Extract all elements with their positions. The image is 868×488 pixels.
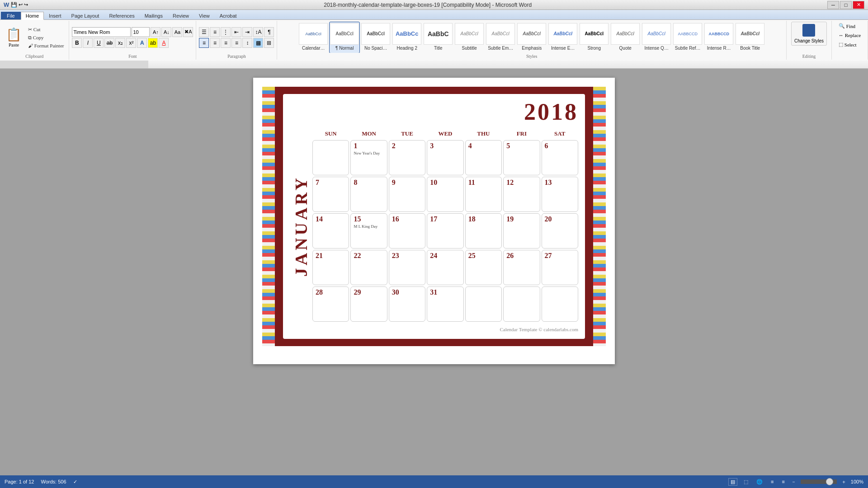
font-grow-button[interactable]: A↑ [151,27,160,37]
strikethrough-button[interactable]: ab [104,38,114,48]
multilevel-button[interactable]: ⋮ [221,27,231,37]
clear-formatting-button[interactable]: ✖A [183,27,193,37]
bullets-button[interactable]: ☰ [199,27,209,37]
shading-button[interactable]: ▩ [253,38,263,48]
select-button[interactable]: ⬚ Select [836,40,859,49]
zoom-level[interactable]: 100% [851,479,863,484]
highlight-button[interactable]: ab [148,38,158,48]
tab-references[interactable]: References [104,12,139,19]
cal-cell-13[interactable]: 13 [542,177,578,212]
style-item-quote[interactable]: AaBbCcI Quote [610,22,641,53]
paste-button[interactable]: 📋 Paste [3,26,25,49]
replace-button[interactable]: ↔ Replace [836,31,863,39]
view-print-button[interactable]: ▤ [728,478,737,486]
cal-cell-22[interactable]: 22 [350,250,387,285]
tab-home[interactable]: Home [21,12,44,20]
tab-acrobat[interactable]: Acrobat [215,12,242,19]
increase-indent-button[interactable]: ⇥ [242,27,252,37]
cal-cell-12[interactable]: 12 [503,177,540,212]
cal-cell-19[interactable]: 19 [503,213,540,249]
align-left-button[interactable]: ≡ [199,38,209,48]
sort-button[interactable]: ↕A [253,27,263,37]
style-item-strong[interactable]: AaBbCcI Strong [579,22,609,53]
style-item-title[interactable]: AaBbC Title [423,22,453,53]
tab-file[interactable]: File [1,12,21,19]
decrease-indent-button[interactable]: ⇤ [231,27,241,37]
cal-cell-7[interactable]: 7 [312,177,349,212]
cal-cell-14[interactable]: 14 [312,213,349,249]
bold-button[interactable]: B [72,38,82,48]
style-item-normal[interactable]: AaBbCcI ¶ Normal [329,22,360,53]
line-spacing-button[interactable]: ↕ [242,38,252,48]
copy-button[interactable]: ⧉ Copy [26,34,66,42]
style-item-h2[interactable]: AaBbCc Heading 2 [392,22,422,53]
cal-cell-28[interactable]: 28 [312,286,349,322]
cal-cell-5[interactable]: 5 [503,140,540,175]
cal-cell-18[interactable]: 18 [465,213,502,249]
cal-cell-23[interactable]: 23 [389,250,425,285]
find-button[interactable]: 🔍 Find [836,22,858,30]
tab-view[interactable]: View [194,12,215,19]
maximize-button[interactable]: □ [840,1,852,9]
show-hide-button[interactable]: ¶ [264,27,274,37]
cal-cell-2[interactable]: 2 [389,140,425,175]
change-case-button[interactable]: Aa [172,27,182,37]
cal-cell-21[interactable]: 21 [312,250,349,285]
cal-cell-30[interactable]: 30 [389,286,425,322]
view-web-button[interactable]: 🌐 [755,479,764,485]
cal-cell-10[interactable]: 10 [427,177,463,212]
view-draft-button[interactable]: ≡ [780,479,786,485]
font-shrink-button[interactable]: A↓ [161,27,171,37]
cal-cell-20[interactable]: 20 [542,213,578,249]
cal-cell-27[interactable]: 27 [542,250,578,285]
cal-cell-1[interactable]: 1 New Year's Day [350,140,387,175]
cal-cell-9[interactable]: 9 [389,177,425,212]
view-outline-button[interactable]: ≡ [769,479,775,485]
style-item-calendar[interactable]: AaBbCcI Calendar… [298,22,329,53]
text-effect-button[interactable]: A [137,38,147,48]
spell-check-icon[interactable]: ✓ [73,479,77,485]
numbering-button[interactable]: ≡ [210,27,220,37]
justify-button[interactable]: ≡ [231,38,241,48]
style-item-subtleref[interactable]: AABBCCD Subtle Ref… [672,22,703,53]
cal-cell-6[interactable]: 6 [542,140,578,175]
style-item-intenseem[interactable]: AaBbCcI Intense E… [547,22,578,53]
style-item-intenseref[interactable]: AABBCCD Intense R… [703,22,734,53]
title-bar-controls[interactable]: ─ □ ✕ [827,1,864,9]
align-right-button[interactable]: ≡ [221,38,231,48]
align-center-button[interactable]: ≡ [210,38,220,48]
tab-mailings[interactable]: Mailings [140,12,168,19]
cal-cell-26[interactable]: 26 [503,250,540,285]
style-item-subtleem[interactable]: AaBbCcI Subtle Em… [485,22,516,53]
style-item-subtitle[interactable]: AaBbCcI Subtitle [454,22,485,53]
cal-cell-17[interactable]: 17 [427,213,463,249]
cal-cell-31[interactable]: 31 [427,286,463,322]
superscript-button[interactable]: x² [126,38,136,48]
zoom-out-button[interactable]: － [791,479,796,485]
style-item-intenseq[interactable]: AaBbCcI Intense Q… [641,22,672,53]
cal-cell-8[interactable]: 8 [350,177,387,212]
tab-page-layout[interactable]: Page Layout [66,12,104,19]
style-item-emphasis[interactable]: AaBbCcI Emphasis [516,22,547,53]
underline-button[interactable]: U [94,38,104,48]
font-size-input[interactable] [132,27,150,37]
borders-button[interactable]: ⊞ [264,38,274,48]
cut-button[interactable]: ✂ Cut [26,26,66,33]
cal-cell-24[interactable]: 24 [427,250,463,285]
cal-cell-25[interactable]: 25 [465,250,502,285]
style-item-nospace[interactable]: AaBbCcI No Spaci… [360,22,391,53]
font-family-input[interactable] [72,27,131,37]
view-full-button[interactable]: ⬚ [742,479,750,485]
tab-review[interactable]: Review [168,12,194,19]
change-styles-button[interactable]: Change Styles [791,22,827,46]
tab-insert[interactable]: Insert [44,12,66,19]
cal-cell-16[interactable]: 16 [389,213,425,249]
subscript-button[interactable]: x₂ [115,38,125,48]
zoom-slider[interactable] [801,479,837,484]
cal-cell-29[interactable]: 29 [350,286,387,322]
cal-cell-11[interactable]: 11 [465,177,502,212]
style-item-booktitle[interactable]: AaBbCcI Book Title [735,22,765,53]
close-button[interactable]: ✕ [853,1,864,9]
minimize-button[interactable]: ─ [827,1,839,9]
italic-button[interactable]: I [83,38,93,48]
